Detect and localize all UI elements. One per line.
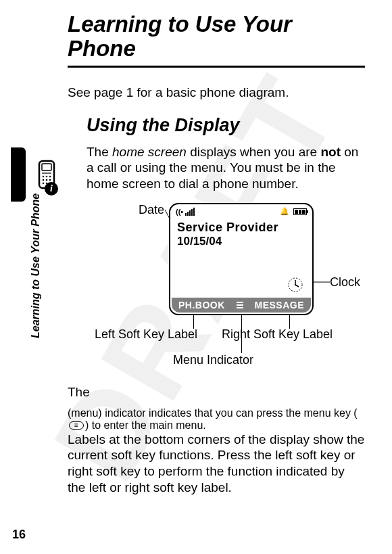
svg-point-5 xyxy=(49,176,51,178)
title-rule xyxy=(68,66,365,68)
soft-key-para: Labels at the bottom corners of the disp… xyxy=(68,432,365,496)
callout-menu-line xyxy=(241,315,242,353)
callout-left-soft: Left Soft Key Label xyxy=(95,327,197,342)
callout-date: Date xyxy=(139,203,164,217)
section-title: Using the Display xyxy=(87,115,365,136)
home-screen-para: The home screen displays when you are no… xyxy=(87,144,365,192)
page-title: Learning to Use Your Phone xyxy=(68,12,365,62)
svg-point-9 xyxy=(43,183,45,185)
callout-clock: Clock xyxy=(330,275,360,290)
menu-indicator-para: The xyxy=(68,384,365,400)
phone-info-icon: i xyxy=(35,160,58,192)
clock-icon xyxy=(287,276,304,294)
callout-left-line xyxy=(193,315,194,329)
info-icon: i xyxy=(45,182,58,195)
date-label: 10/15/04 xyxy=(170,235,312,248)
svg-point-4 xyxy=(46,176,48,178)
svg-point-8 xyxy=(49,179,51,181)
svg-rect-1 xyxy=(42,164,51,170)
intro-text: See page 1 for a basic phone diagram. xyxy=(68,85,365,100)
provider-label: Service Provider xyxy=(170,219,312,235)
svg-point-3 xyxy=(43,176,45,178)
display-diagram: Date Clock Left Soft Key Label Right Sof… xyxy=(68,199,365,375)
status-bar: ((• 🔔 xyxy=(170,204,312,219)
left-soft-key-label: PH.BOOK xyxy=(178,300,225,310)
right-soft-key-label: MESSAGE xyxy=(254,300,304,310)
battery-icon xyxy=(293,208,307,215)
svg-point-7 xyxy=(46,179,48,181)
callout-right-soft: Right Soft Key Label xyxy=(222,327,333,342)
ring-icon: 🔔 xyxy=(280,207,289,216)
svg-point-6 xyxy=(43,179,45,181)
soft-key-bar: PH.BOOK MESSAGE xyxy=(172,298,311,313)
menu-indicator-icon xyxy=(237,302,243,308)
callout-menu-indicator: Menu Indicator xyxy=(173,353,253,367)
signal-icon: ((• xyxy=(176,208,195,216)
callout-right-line xyxy=(289,315,290,329)
menu-key-icon xyxy=(69,421,84,430)
svg-point-17 xyxy=(295,284,296,285)
page-number: 16 xyxy=(12,528,26,542)
phone-screen: ((• 🔔 Service Provider 10/15/04 xyxy=(169,203,314,315)
